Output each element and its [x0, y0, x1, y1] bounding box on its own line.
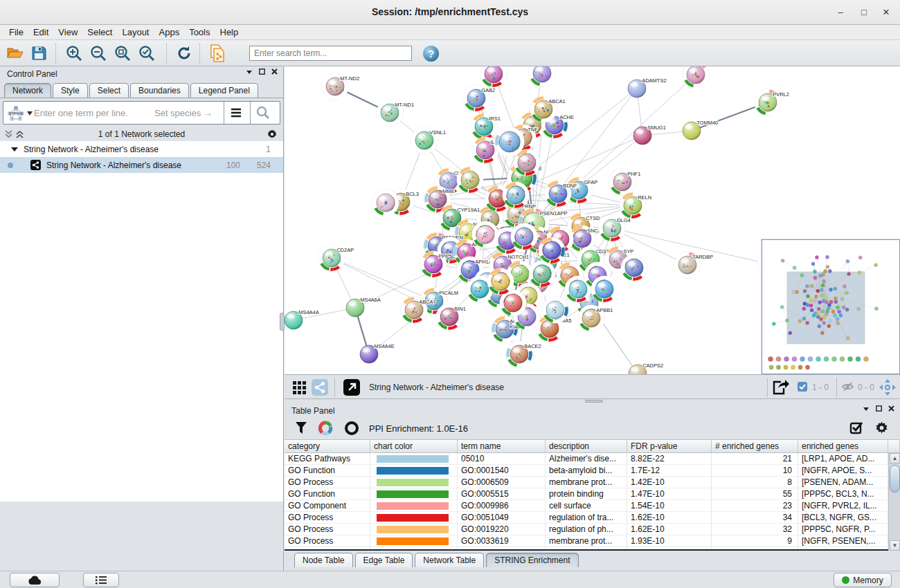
- table-settings-button[interactable]: [874, 421, 889, 435]
- network-node[interactable]: CADPS2: [629, 362, 663, 374]
- network-node[interactable]: [529, 66, 556, 87]
- panel-divider-grip[interactable]: [280, 313, 285, 331]
- network-node[interactable]: [480, 66, 507, 88]
- table-tab-network-table[interactable]: Network Table: [415, 553, 484, 567]
- expander-icon[interactable]: [11, 147, 18, 152]
- network-node[interactable]: BACE2: [506, 341, 541, 368]
- table-row[interactable]: GO ProcessGO:0033619membrane prot...1.93…: [285, 535, 900, 547]
- export-network-button[interactable]: [771, 378, 789, 396]
- network-node[interactable]: MS4A4E: [360, 343, 395, 363]
- expand-all-icon[interactable]: [15, 129, 24, 139]
- close-panel-icon[interactable]: [888, 405, 894, 412]
- table-scrollbar[interactable]: ▲ ▼: [888, 453, 900, 551]
- close-button[interactable]: ✕: [881, 7, 892, 18]
- scroll-up-arrow[interactable]: ▲: [890, 453, 900, 463]
- table-row[interactable]: GO FunctionGO:0001540beta-amyloid bi...1…: [285, 465, 900, 477]
- column-header-chart-color[interactable]: chart color: [370, 439, 458, 453]
- divider-grip[interactable]: [585, 400, 603, 403]
- network-node[interactable]: EFNA5: [537, 315, 572, 342]
- table-tab-edge-table[interactable]: Edge Table: [355, 553, 413, 567]
- network-row-selected[interactable]: String Network - Alzheimer's disease 100…: [0, 157, 283, 173]
- reset-charts-button[interactable]: [344, 421, 359, 436]
- table-tab-node-table[interactable]: Node Table: [294, 553, 353, 567]
- chevron-down-icon[interactable]: [27, 111, 33, 116]
- search-input[interactable]: [249, 46, 412, 61]
- network-node[interactable]: PHF1: [609, 169, 641, 196]
- maximize-panel-icon[interactable]: [876, 405, 882, 412]
- network-node[interactable]: RELN: [620, 192, 652, 219]
- table-row[interactable]: GO ProcessGO:0051049regulation of tra...…: [285, 512, 900, 524]
- column-header-FDR-p-value[interactable]: FDR p-value: [627, 439, 712, 453]
- string-view-button[interactable]: [311, 378, 329, 396]
- copy-network-button[interactable]: [208, 44, 227, 63]
- tab-network[interactable]: Network: [4, 83, 51, 98]
- network-node[interactable]: MT-ND1: [377, 100, 415, 127]
- birdseye-view[interactable]: [762, 239, 900, 374]
- network-node[interactable]: [683, 66, 710, 89]
- zoom-fit-button[interactable]: [113, 44, 132, 63]
- network-node[interactable]: MME: [424, 186, 455, 213]
- birdseye-graph[interactable]: [762, 240, 899, 374]
- scroll-down-arrow[interactable]: ▼: [890, 540, 900, 551]
- menu-layout[interactable]: Layout: [117, 26, 154, 39]
- network-node[interactable]: VSNL1: [411, 127, 446, 154]
- select-columns-button[interactable]: [849, 421, 864, 435]
- menu-edit[interactable]: Edit: [28, 26, 53, 39]
- menu-help[interactable]: Help: [215, 26, 244, 39]
- float-panel-icon[interactable]: [246, 69, 253, 75]
- maximize-panel-icon[interactable]: [259, 68, 265, 75]
- network-node[interactable]: TARDBP: [674, 252, 714, 279]
- string-query-box[interactable]: STRING Enter one term per line. Set spec…: [3, 101, 280, 125]
- network-canvas[interactable]: MT-ND2MT-ND1VSNL1GAB2ADAMTS2PVRL2TOMM40S…: [285, 66, 900, 374]
- column-header-term-name[interactable]: term name: [458, 439, 546, 453]
- scrollbar-thumb[interactable]: [890, 465, 900, 493]
- maximize-button[interactable]: □: [858, 7, 870, 18]
- column-header-category[interactable]: category: [285, 439, 370, 453]
- samples-button[interactable]: [10, 573, 60, 587]
- column-header-description[interactable]: description: [546, 439, 627, 453]
- help-button[interactable]: ?: [421, 44, 440, 63]
- zoom-out-button[interactable]: [89, 44, 108, 63]
- table-tab-string-enrichment[interactable]: STRING Enrichment: [486, 553, 578, 567]
- network-node[interactable]: ADAMTS2: [628, 77, 667, 98]
- close-panel-icon[interactable]: [271, 68, 278, 75]
- collapse-all-icon[interactable]: [4, 129, 13, 139]
- string-search-button[interactable]: [255, 105, 271, 120]
- network-node[interactable]: BIN1: [436, 304, 466, 331]
- network-options-gear[interactable]: [267, 129, 278, 140]
- open-in-string-button[interactable]: [343, 378, 361, 396]
- network-node[interactable]: APBB1: [578, 305, 613, 332]
- zoom-selected-button[interactable]: [137, 44, 156, 63]
- float-panel-icon[interactable]: [863, 406, 870, 412]
- tab-select[interactable]: Select: [89, 83, 129, 98]
- network-node[interactable]: MS4A6A: [346, 297, 381, 317]
- zoom-in-button[interactable]: [64, 44, 84, 63]
- column-header--enriched-genes[interactable]: # enriched genes: [712, 439, 798, 453]
- network-node[interactable]: TOMM40: [683, 120, 718, 140]
- network-node[interactable]: PPP5C: [420, 251, 456, 278]
- network-node[interactable]: DLG4: [599, 215, 631, 242]
- table-row[interactable]: GO ComponentGO:0009986cell surface1.54E-…: [285, 500, 900, 512]
- grid-view-button[interactable]: [290, 378, 308, 396]
- menu-apps[interactable]: Apps: [154, 26, 185, 39]
- column-header-enriched-genes[interactable]: enriched genes: [798, 439, 888, 453]
- birdseye-toggle-button[interactable]: [879, 378, 897, 396]
- refresh-button[interactable]: [174, 44, 194, 63]
- table-row[interactable]: GO ProcessGO:0006509membrane prot...1.42…: [285, 477, 900, 488]
- string-logo-icon[interactable]: STRING: [6, 104, 26, 122]
- network-node[interactable]: IRS1: [471, 113, 501, 140]
- string-options-button[interactable]: [229, 106, 243, 120]
- memory-button[interactable]: Memory: [834, 573, 892, 587]
- task-history-button[interactable]: [83, 573, 119, 587]
- menu-file[interactable]: File: [4, 26, 28, 39]
- table-row[interactable]: GO ProcessGO:0019220regulation of ph...1…: [285, 524, 900, 535]
- network-node[interactable]: PVRL2: [755, 89, 789, 116]
- save-button[interactable]: [29, 44, 48, 63]
- network-node[interactable]: MS4A4A: [285, 309, 319, 329]
- network-node[interactable]: CD2AP: [318, 245, 354, 272]
- open-file-button[interactable]: [6, 44, 25, 63]
- menu-select[interactable]: Select: [82, 26, 117, 39]
- filter-button[interactable]: [294, 421, 308, 435]
- tab-legend-panel[interactable]: Legend Panel: [190, 83, 258, 98]
- tab-style[interactable]: Style: [53, 83, 88, 98]
